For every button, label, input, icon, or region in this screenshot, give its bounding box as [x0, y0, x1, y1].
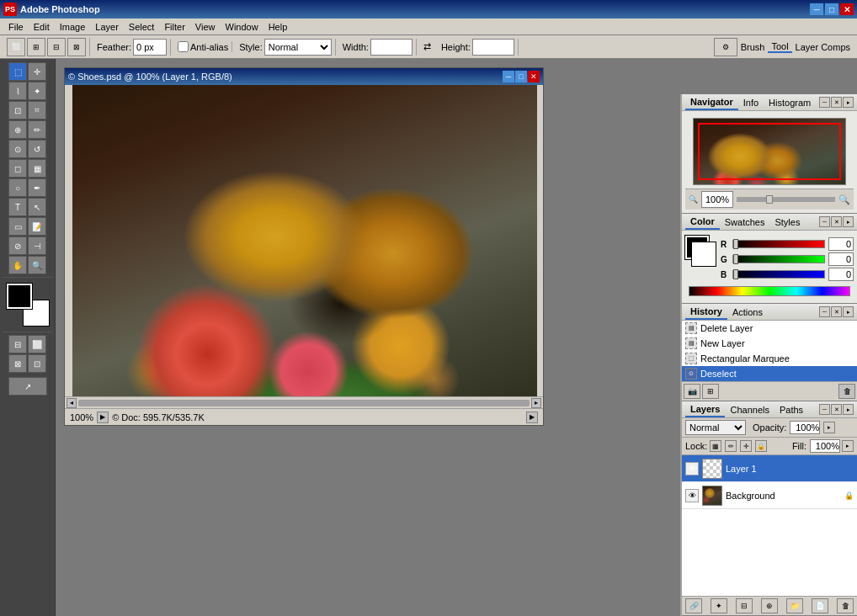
doc-preview-btn[interactable]: ▶ [97, 412, 109, 423]
history-item-0[interactable]: ▤ Delete Layer [682, 321, 857, 336]
layer-link-btn[interactable]: 🔗 [685, 598, 702, 613]
color-minimize-btn[interactable]: ─ [819, 216, 830, 227]
blue-value-input[interactable] [828, 268, 854, 281]
layer-styles-btn[interactable]: ✦ [711, 598, 727, 613]
layers-close-btn[interactable]: ✕ [831, 404, 842, 415]
history-item-1[interactable]: ▤ New Layer [682, 336, 857, 351]
hscroll-track[interactable] [78, 400, 530, 406]
doc-options-btn[interactable]: ▶ [526, 412, 538, 423]
menu-select[interactable]: Select [124, 20, 160, 34]
lock-transparent-btn[interactable]: ▦ [710, 440, 721, 452]
minimize-button[interactable]: ─ [810, 3, 823, 15]
zoom-tool[interactable]: 🔍 [28, 256, 46, 274]
tab-info[interactable]: Info [738, 96, 764, 109]
lock-image-btn[interactable]: ✏ [725, 440, 737, 452]
feather-input[interactable] [133, 39, 167, 56]
menu-edit[interactable]: Edit [29, 20, 55, 34]
green-value-input[interactable] [828, 252, 854, 266]
history-delete-btn[interactable]: 🗑 [838, 384, 855, 399]
history-minimize-btn[interactable]: ─ [819, 306, 830, 317]
quick-mask-btn[interactable]: ⊟ [8, 335, 27, 353]
zoom-slider[interactable] [737, 197, 835, 202]
blue-slider-thumb[interactable] [733, 269, 738, 279]
tab-styles[interactable]: Styles [769, 215, 805, 229]
document-canvas[interactable] [72, 85, 537, 396]
layer-item-1[interactable]: 👁 Background 🔒 [682, 482, 857, 509]
tab-swatches[interactable]: Swatches [720, 215, 770, 229]
history-options-btn[interactable]: ▸ [843, 306, 854, 317]
layers-options-btn[interactable]: ▸ [843, 404, 854, 415]
fill-arrow-btn[interactable]: ▸ [842, 440, 854, 452]
tab-histogram[interactable]: Histogram [764, 96, 816, 109]
history-new-doc-btn[interactable]: ⊞ [702, 384, 719, 399]
eraser-tool[interactable]: ◻ [8, 159, 27, 178]
menu-window[interactable]: Window [221, 20, 263, 34]
scroll-right-btn[interactable]: ▸ [531, 398, 541, 408]
pen-tool[interactable]: ✒ [28, 178, 46, 197]
shape-tool[interactable]: ▭ [8, 217, 27, 236]
view-extra-1[interactable]: ⊠ [8, 354, 27, 373]
blue-slider[interactable] [732, 270, 825, 279]
layer-visibility-0[interactable]: 👁 [685, 462, 699, 475]
path-select-tool[interactable]: ↖ [28, 198, 46, 216]
green-slider[interactable] [732, 255, 825, 263]
navigator-options-btn[interactable]: ▸ [843, 97, 854, 108]
menu-image[interactable]: Image [55, 20, 91, 34]
menu-view[interactable]: View [190, 20, 221, 34]
gradient-tool[interactable]: ▦ [28, 159, 46, 178]
slice-tool[interactable]: ⌗ [28, 101, 46, 119]
foreground-color-swatch[interactable] [7, 284, 32, 309]
heal-tool[interactable]: ⊕ [8, 120, 27, 139]
navigator-minimize-btn[interactable]: ─ [819, 97, 830, 108]
lasso-tool[interactable]: ⌇ [8, 82, 27, 100]
marquee-tool[interactable]: ⬚ [8, 62, 27, 81]
notes-tool[interactable]: 📝 [28, 217, 46, 236]
measure-tool[interactable]: ⊣ [28, 236, 46, 255]
opacity-arrow-btn[interactable]: ▸ [823, 422, 835, 433]
options-extra-btn[interactable]: ⚙ [714, 38, 737, 56]
tab-history[interactable]: History [685, 305, 727, 320]
layer-delete-btn[interactable]: 🗑 [837, 598, 854, 613]
doc-minimize-btn[interactable]: ─ [503, 71, 514, 82]
layer-new-btn[interactable]: 📄 [812, 598, 828, 613]
blend-mode-select[interactable]: Normal Multiply Screen [685, 420, 746, 435]
crop-tool[interactable]: ⊡ [8, 101, 27, 119]
screen-mode-btn[interactable]: ⬜ [28, 335, 46, 353]
eyedropper-tool[interactable]: ⊘ [8, 236, 27, 255]
tab-channels[interactable]: Channels [725, 403, 774, 417]
history-item-2[interactable]: ⬚ Rectangular Marquee [682, 351, 857, 366]
anti-alias-checkbox[interactable] [178, 41, 189, 52]
layers-minimize-btn[interactable]: ─ [819, 404, 830, 415]
doc-close-btn[interactable]: ✕ [528, 71, 540, 82]
style-select[interactable]: Normal Fixed Ratio Fixed Size [264, 39, 332, 56]
tab-paths[interactable]: Paths [774, 403, 808, 417]
tab-actions[interactable]: Actions [727, 305, 768, 319]
history-new-snapshot-btn[interactable]: 📷 [684, 384, 700, 399]
red-value-input[interactable] [828, 237, 854, 251]
layer-item-0[interactable]: 👁 Layer 1 [682, 455, 857, 482]
red-slider-thumb[interactable] [733, 239, 738, 249]
menu-filter[interactable]: Filter [159, 20, 189, 34]
color-close-btn[interactable]: ✕ [831, 216, 842, 227]
brush-tool[interactable]: ✏ [28, 120, 46, 139]
type-tool[interactable]: T [8, 198, 27, 216]
view-extra-2[interactable]: ⊡ [28, 354, 46, 373]
subtract-selection-btn[interactable]: ⊟ [47, 38, 66, 56]
zoom-in-icon[interactable]: 🔍 [838, 194, 850, 205]
add-selection-btn[interactable]: ⊞ [27, 38, 45, 56]
layer-group-btn[interactable]: 📁 [786, 598, 803, 613]
color-spectrum-bar[interactable] [689, 286, 850, 296]
lock-position-btn[interactable]: ✛ [740, 440, 752, 452]
intersect-selection-btn[interactable]: ⊠ [67, 38, 86, 56]
menu-help[interactable]: Help [263, 20, 293, 34]
tab-brush[interactable]: Brush [741, 42, 765, 52]
history-item-3[interactable]: ⊙ Deselect [682, 366, 857, 381]
navigator-close-btn[interactable]: ✕ [831, 97, 842, 108]
width-input[interactable] [370, 39, 413, 56]
red-slider[interactable] [732, 240, 825, 248]
swap-dimensions[interactable]: ⇄ [420, 41, 434, 52]
background-color-chip[interactable] [692, 242, 716, 266]
clone-tool[interactable]: ⊙ [8, 140, 27, 158]
scroll-left-btn[interactable]: ◂ [67, 398, 77, 408]
lock-all-btn[interactable]: 🔒 [755, 440, 767, 452]
